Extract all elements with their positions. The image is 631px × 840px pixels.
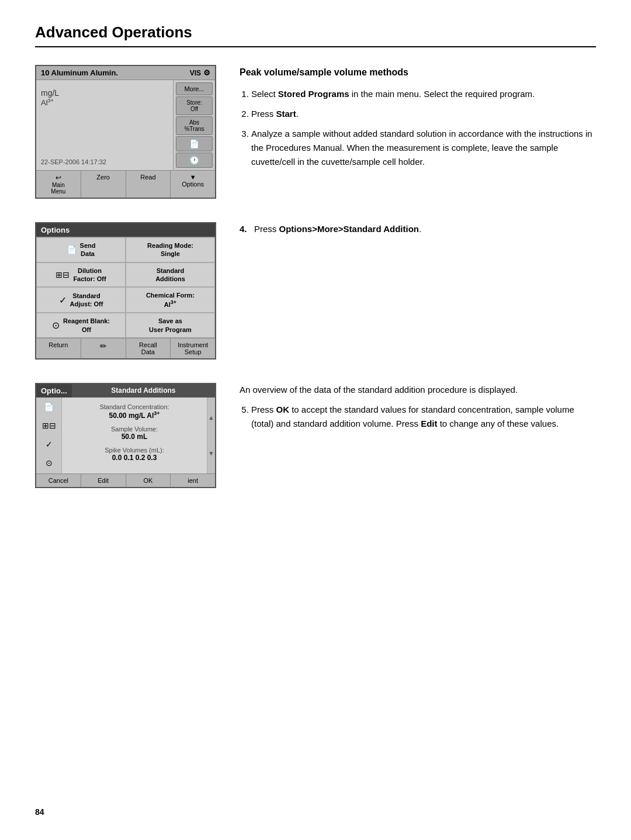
step-4-instructions: 4. Press Options>More>Standard Addition. xyxy=(240,222,596,242)
edit-button[interactable]: Edit xyxy=(81,474,126,487)
std-conc-value: 50.00 mg/L Al3+ xyxy=(68,410,201,420)
more-button[interactable]: More... xyxy=(176,82,213,95)
icon-cell-1: 📄 xyxy=(39,400,59,414)
icon-cell-4: ⊙ xyxy=(39,456,59,470)
vis-label: VIS xyxy=(190,69,201,77)
instructions-list: Select Stored Programs in the main menu.… xyxy=(240,87,596,169)
std-conc-label: Standard Concentration: xyxy=(68,403,201,410)
instrument-partial-label: ient xyxy=(188,477,198,484)
options-cell-save-user[interactable]: Save asUser Program xyxy=(126,313,215,338)
screen1-ion: Al3+ xyxy=(41,98,168,107)
screen1-program: 10 Aluminum Alumin. xyxy=(41,68,118,77)
doc-button[interactable]: 📄 xyxy=(176,136,213,151)
save-user-label: Save asUser Program xyxy=(149,317,192,334)
options-label: Options xyxy=(182,181,204,188)
return-button[interactable]: Return xyxy=(36,338,81,358)
options-cell-standard-adjust[interactable]: ✓ StandardAdjust: Off xyxy=(36,287,126,313)
options-cell-send-data[interactable]: 📄 SendData xyxy=(36,237,126,262)
standard-additions-label: StandardAdditions xyxy=(155,267,185,284)
abs-trans-button[interactable]: Abs%Trans xyxy=(176,116,213,135)
options-header: Options xyxy=(36,223,215,237)
screen1-body: mg/L Al3+ 22-SEP-2006 14:17:32 More... S… xyxy=(36,80,215,170)
cancel-label: Cancel xyxy=(48,477,68,484)
instructions-section1: Peak volume/sample volume methods Select… xyxy=(240,65,596,175)
screen3-left-icons: 📄 ⊞⊟ ✓ ⊙ xyxy=(36,397,62,473)
adjust-icon: ✓ xyxy=(59,295,67,306)
ok-label: OK xyxy=(143,477,152,484)
standard-concentration-row: Standard Concentration: 50.00 mg/L Al3+ xyxy=(68,403,201,420)
screen1-header: 10 Aluminum Alumin. VIS xyxy=(36,66,215,80)
options-cell-standard-additions[interactable]: StandardAdditions xyxy=(126,262,215,288)
step-5: Press OK to accept the standard values f… xyxy=(251,403,596,431)
options-cell-chemical-form[interactable]: Chemical Form:Al3+ xyxy=(126,287,215,313)
dilution-icon: ⊞⊟ xyxy=(56,270,70,279)
clock-icon: 🕐 xyxy=(189,155,199,165)
down-arrow-icon: ▼ xyxy=(190,174,196,181)
ok-bold: OK xyxy=(276,405,290,414)
step-1: Select Stored Programs in the main menu.… xyxy=(251,87,596,101)
scroll-down-icon: ▼ xyxy=(209,450,214,457)
screen3-body: 📄 ⊞⊟ ✓ ⊙ Standard Concentration: 50.00 m… xyxy=(36,397,215,473)
step-4-number: 4. xyxy=(240,224,247,234)
stored-programs-bold: Stored Programs xyxy=(278,89,349,99)
reagent-icon: ⊙ xyxy=(52,320,60,331)
screen1-sidebar: More... Store:Off Abs%Trans 📄 🕐 xyxy=(173,80,215,170)
ok-button[interactable]: OK xyxy=(126,474,171,487)
edit-label: Edit xyxy=(98,477,109,484)
main-menu-label: MainMenu xyxy=(51,182,65,195)
instrument-setup-label: InstrumentSetup xyxy=(178,341,208,355)
reading-mode-label: Reading Mode:Single xyxy=(147,241,193,258)
screen1-datetime: 22-SEP-2006 14:17:32 xyxy=(41,158,168,165)
recall-data-button[interactable]: RecallData xyxy=(126,338,171,358)
document-icon: 📄 xyxy=(189,139,199,148)
icon-cell-2: ⊞⊟ xyxy=(39,419,59,433)
zero-label: Zero xyxy=(96,174,110,181)
options-grid: 📄 SendData Reading Mode:Single ⊞⊟ Diluti… xyxy=(36,237,215,338)
read-button[interactable]: Read xyxy=(126,171,171,198)
spike-volumes-row: Spike Volumes (mL): 0.0 0.1 0.2 0.3 xyxy=(68,447,201,462)
reagent-blank-label: Reagent Blank:Off xyxy=(63,317,110,334)
options-footer: Return ✏ RecallData InstrumentSetup xyxy=(36,338,215,358)
step-3: Analyze a sample without added standard … xyxy=(251,127,596,169)
edit-bold: Edit xyxy=(421,419,437,428)
screen-mockup-1: 10 Aluminum Alumin. VIS mg/L Al3+ 22-SEP… xyxy=(35,65,216,199)
page-number: 84 xyxy=(35,807,44,817)
screen3-footer: Cancel Edit OK ient xyxy=(36,473,215,487)
recall-data-label: RecallData xyxy=(139,341,157,355)
screen3-main-content: Standard Concentration: 50.00 mg/L Al3+ … xyxy=(62,397,207,473)
start-bold: Start xyxy=(276,109,296,119)
main-menu-button[interactable]: ↩ MainMenu xyxy=(36,171,81,198)
scroll-up-icon: ▲ xyxy=(209,414,214,421)
standard-adjust-label: StandardAdjust: Off xyxy=(70,292,103,309)
cancel-button[interactable]: Cancel xyxy=(36,474,81,487)
instructions-heading: Peak volume/sample volume methods xyxy=(240,65,596,80)
screen3-additions-header: Standard Additions xyxy=(72,384,215,397)
spike-vol-value: 0.0 0.1 0.2 0.3 xyxy=(68,454,201,462)
sample-vol-value: 50.0 mL xyxy=(68,433,201,441)
step5-list: Press OK to accept the standard values f… xyxy=(240,403,596,431)
section2-instructions: An overview of the data of the standard … xyxy=(240,383,596,437)
zero-button[interactable]: Zero xyxy=(81,171,126,198)
screen1-vis: VIS xyxy=(190,68,210,77)
store-button[interactable]: Store:Off xyxy=(176,96,213,115)
send-data-label: SendData xyxy=(80,241,96,258)
step-2: Press Start. xyxy=(251,107,596,121)
clock-button[interactable]: 🕐 xyxy=(176,153,213,168)
chemical-form-label: Chemical Form:Al3+ xyxy=(146,291,195,309)
icon-cell-3: ✓ xyxy=(39,437,59,451)
gear-icon xyxy=(203,68,210,77)
screen1-footer: ↩ MainMenu Zero Read ▼ Options xyxy=(36,170,215,198)
spike-vol-label: Spike Volumes (mL): xyxy=(68,447,201,454)
options-cell-reagent-blank[interactable]: ⊙ Reagent Blank:Off xyxy=(36,313,126,338)
options-more-bold: Options>More>Standard Addition xyxy=(279,224,419,234)
options-cell-dilution[interactable]: ⊞⊟ DilutionFactor: Off xyxy=(36,262,126,288)
options-button[interactable]: ▼ Options xyxy=(171,171,215,198)
recall-icon-button[interactable]: ✏ xyxy=(81,338,126,358)
sample-vol-label: Sample Volume: xyxy=(68,426,201,433)
overview-text: An overview of the data of the standard … xyxy=(240,383,596,397)
instrument-setup-button[interactable]: InstrumentSetup xyxy=(171,338,215,358)
step-4-text: 4. Press Options>More>Standard Addition. xyxy=(240,222,596,236)
options-cell-reading-mode[interactable]: Reading Mode:Single xyxy=(126,237,215,262)
screen-mockup-2: Options 📄 SendData Reading Mode:Single ⊞… xyxy=(35,222,216,359)
instrument-partial-button[interactable]: ient xyxy=(171,474,215,487)
